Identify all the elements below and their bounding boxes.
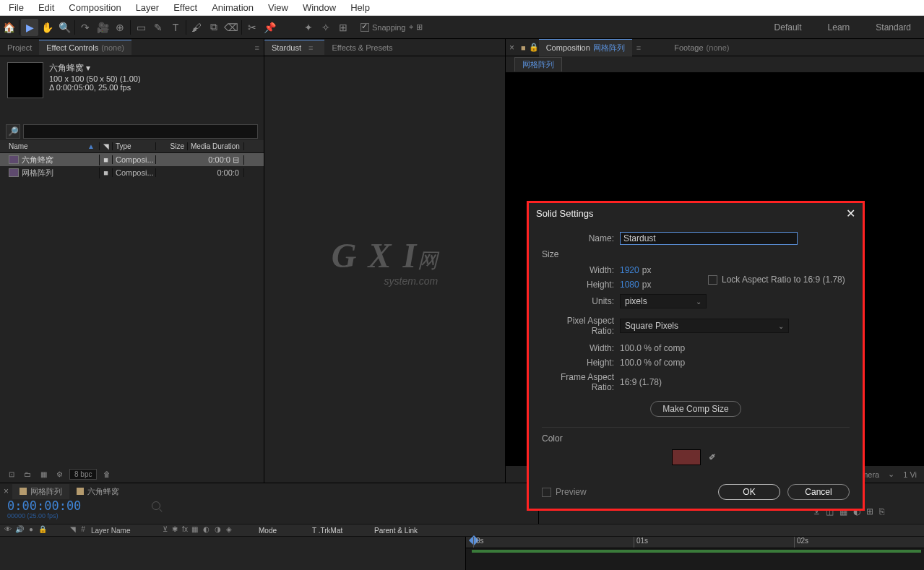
snapping-toggle[interactable]: Snapping ⌖ ⊞ (356, 21, 427, 33)
lock-icon[interactable]: 🔒 (529, 43, 539, 52)
tab-composition[interactable]: Composition 网格阵列 (539, 39, 632, 56)
zoom-tool-icon[interactable]: 🔍 (56, 19, 73, 36)
search-input[interactable] (23, 124, 258, 139)
column-media-duration[interactable]: Media Duration (188, 142, 244, 150)
selection-tool-icon[interactable]: ▶ (21, 19, 38, 36)
active-comp-name[interactable]: 网格阵列 (593, 43, 625, 53)
new-folder-icon[interactable]: 🗀 (22, 469, 33, 479)
graph-editor-icon[interactable]: ⊞ (866, 506, 873, 517)
width-value[interactable]: 1920 (620, 265, 639, 275)
project-row[interactable]: 六角蜂窝 ■ Composi... 0:00:0 ⊟ (0, 153, 264, 166)
shape-tool-icon[interactable]: ▭ (132, 19, 150, 36)
label-swatch[interactable]: ■ (100, 155, 113, 164)
units-dropdown[interactable]: pixels⌄ (620, 294, 707, 308)
tab-footage[interactable]: Footage (none) (667, 40, 736, 55)
dialog-titlebar[interactable]: Solid Settings ✕ (529, 203, 863, 223)
clone-tool-icon[interactable]: ⧉ (205, 19, 223, 36)
tab-effects-presets[interactable]: Effects & Presets (324, 40, 400, 55)
parent-column[interactable]: Parent & Link (370, 527, 457, 535)
panel-menu-icon[interactable]: ≡ (251, 43, 264, 52)
flowchart-icon[interactable]: ⊟ (233, 155, 239, 164)
preview-checkbox[interactable]: Preview (542, 487, 587, 497)
close-tab-icon[interactable]: × (0, 486, 12, 496)
item-thumbnail[interactable] (7, 62, 43, 98)
solo-icon[interactable]: ● (26, 525, 36, 535)
panel-menu-icon[interactable]: ≡ (304, 43, 317, 52)
lock-aspect-ratio-checkbox[interactable]: Lock Aspect Ratio to 16:9 (1.78) (708, 275, 845, 285)
snap-magnet-icon[interactable]: ⌖ (409, 22, 413, 32)
workspace-learn[interactable]: Learn (815, 16, 863, 38)
audio-icon[interactable]: 🔊 (14, 525, 25, 535)
interpret-footage-icon[interactable]: ⊡ (6, 469, 17, 479)
tab-stardust[interactable]: Stardust ≡ (264, 40, 324, 55)
timeline-tab[interactable]: 网格阵列 (12, 484, 69, 499)
trash-icon[interactable]: 🗑 (101, 469, 113, 479)
menu-help[interactable]: Help (343, 2, 377, 13)
orbit-tool-icon[interactable]: ↷ (77, 19, 94, 36)
column-type[interactable]: Type (113, 142, 156, 150)
cancel-button[interactable]: Cancel (787, 484, 850, 500)
pixel-aspect-dropdown[interactable]: Square Pixels⌄ (620, 319, 789, 333)
eraser-tool-icon[interactable]: ⌫ (223, 19, 240, 36)
track-area[interactable] (466, 548, 924, 570)
eyedropper-icon[interactable]: ✐ (705, 449, 720, 465)
menu-window[interactable]: Window (295, 2, 343, 13)
roto-tool-icon[interactable]: ✂ (243, 19, 261, 36)
time-ruler[interactable]: 0s 01s 02s (466, 537, 924, 548)
current-timecode[interactable]: 0:00:00:00 (7, 499, 81, 512)
column-name[interactable]: Name▲ (6, 142, 100, 150)
panel-menu-icon[interactable]: ≡ (632, 43, 645, 52)
checkbox-icon[interactable] (708, 275, 717, 285)
tab-effect-controls[interactable]: Effect Controls (none) (39, 40, 131, 55)
comp-breadcrumb-item[interactable]: 网格阵列 (514, 57, 562, 72)
tab-project[interactable]: Project (0, 40, 39, 55)
hand-tool-icon[interactable]: ✋ (38, 19, 56, 36)
ok-button[interactable]: OK (718, 484, 780, 500)
label-swatch[interactable]: ■ (100, 168, 113, 177)
close-icon[interactable]: ✕ (846, 207, 855, 220)
brainstorm-icon[interactable]: ⎘ (879, 506, 884, 517)
text-tool-icon[interactable]: T (167, 19, 184, 36)
menu-effect[interactable]: Effect (166, 2, 204, 13)
name-input[interactable] (620, 232, 798, 245)
checkbox-icon[interactable] (360, 23, 369, 32)
menu-file[interactable]: File (1, 2, 31, 13)
lock-icon[interactable]: 🔒 (38, 525, 48, 535)
pen-tool-icon[interactable]: ✎ (150, 19, 167, 36)
bit-depth-indicator[interactable]: 8 bpc (69, 469, 97, 480)
settings-icon[interactable]: ⚙ (53, 469, 65, 479)
snap-grid-icon[interactable]: ⊞ (416, 22, 423, 32)
number-column-icon[interactable]: # (78, 525, 88, 535)
pan-behind-icon[interactable]: ⊕ (111, 19, 129, 36)
workspace-default[interactable]: Default (761, 16, 815, 38)
label-column-icon[interactable]: ◥ (68, 525, 78, 535)
menu-animation[interactable]: Animation (204, 2, 261, 13)
app-menubar[interactable]: File Edit Composition Layer Effect Anima… (0, 0, 924, 16)
column-size[interactable]: Size (156, 142, 188, 150)
puppet-tool-icon[interactable]: 📌 (261, 19, 278, 36)
brush-tool-icon[interactable]: 🖌 (188, 19, 205, 36)
menu-edit[interactable]: Edit (31, 2, 61, 13)
workspace-standard[interactable]: Standard (863, 16, 924, 38)
search-icon[interactable]: 🔎 (6, 124, 20, 139)
views-dropdown[interactable]: 1 Vi (900, 470, 920, 479)
item-title[interactable]: 六角蜂窝 ▾ (49, 62, 141, 74)
work-area-bar[interactable] (472, 550, 921, 553)
video-visible-icon[interactable]: 👁 (3, 525, 13, 535)
search-icon[interactable] (152, 501, 160, 510)
height-value[interactable]: 1080 (620, 280, 639, 290)
checkbox-icon[interactable] (542, 488, 551, 497)
trkmat-column[interactable]: T .TrkMat (312, 527, 370, 535)
layer-name-column[interactable]: Layer Name (88, 527, 160, 535)
3d-tool-icon[interactable]: ✧ (317, 19, 334, 36)
axis-tool-icon[interactable]: ✦ (300, 19, 317, 36)
make-comp-size-button[interactable]: Make Comp Size (650, 401, 741, 417)
timeline-tab[interactable]: 六角蜂窝 (69, 484, 126, 499)
project-row[interactable]: 网格阵列 ■ Composi... 0:00:0 (0, 166, 264, 179)
mode-column[interactable]: Mode (254, 527, 312, 535)
menu-composition[interactable]: Composition (61, 2, 128, 13)
close-tab-icon[interactable]: × (506, 43, 518, 53)
color-swatch[interactable] (672, 449, 701, 465)
column-label[interactable]: ◥ (100, 142, 113, 150)
camera-tool-icon[interactable]: 🎥 (94, 19, 111, 36)
